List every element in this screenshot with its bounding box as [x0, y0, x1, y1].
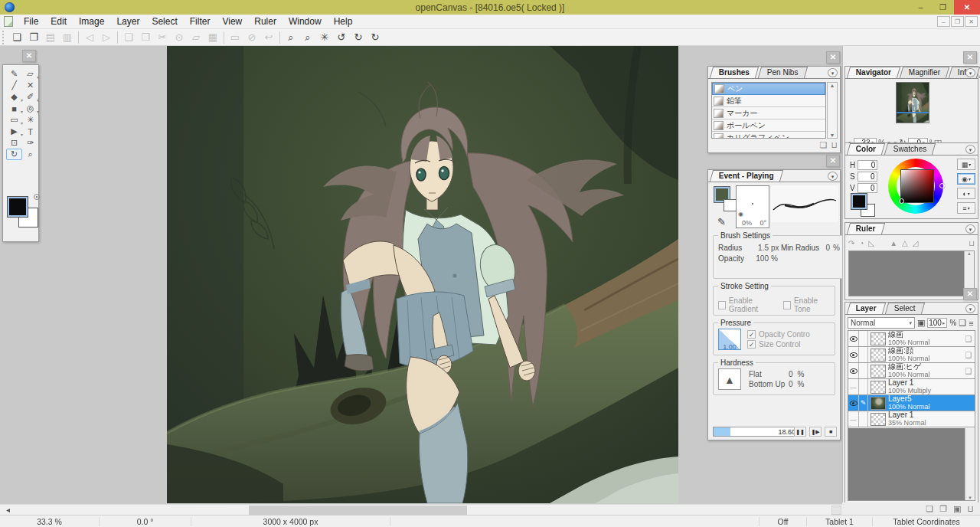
eraser-tool[interactable]: ▱▾	[22, 68, 38, 80]
swap-colors-icon[interactable]	[34, 194, 40, 200]
menu-file[interactable]: File	[18, 15, 44, 29]
tab-color[interactable]: Color	[847, 143, 885, 155]
blend-mode-select[interactable]: Normal▾	[848, 317, 915, 329]
scroll-up-icon[interactable]: ▲	[830, 83, 835, 88]
move-select-tool[interactable]: ▶▾	[6, 126, 22, 137]
new-layer-folder-icon[interactable]: ❐	[939, 504, 947, 514]
line-tool[interactable]: ╱	[6, 80, 22, 91]
menu-select[interactable]: Select	[145, 15, 183, 29]
minimize-button[interactable]: –	[910, 0, 932, 15]
navigator-thumbnail[interactable]	[896, 82, 929, 123]
delete-ruler-icon[interactable]: ⊔	[969, 239, 975, 247]
menu-view[interactable]: View	[216, 15, 248, 29]
stop-button[interactable]: ■	[825, 427, 837, 437]
tab-ruler[interactable]: Ruler	[847, 223, 885, 234]
ruler-list[interactable]: ▲▼	[848, 250, 975, 296]
tab-swatches[interactable]: Swatches	[884, 143, 936, 155]
brush-item[interactable]: 鉛筆	[712, 95, 825, 107]
brush-scrollbar[interactable]: ▲ ▼	[827, 82, 838, 139]
brush-item[interactable]: ボールペン	[712, 119, 825, 132]
child-restore-button[interactable]: ❐	[951, 16, 964, 27]
redo-all-icon[interactable]: ↻	[367, 30, 384, 45]
layer-row[interactable]: 線画100% Normal❑	[848, 331, 975, 347]
close-button[interactable]: ✕	[954, 0, 980, 15]
zoom-tool[interactable]: ⌕	[22, 149, 38, 160]
rotate-canvas-tool[interactable]: ↻	[6, 149, 22, 160]
undo-icon[interactable]: ↺	[333, 30, 350, 45]
layer-thumbnail[interactable]	[871, 365, 886, 378]
tab-event-playing[interactable]: Event - Playing	[710, 170, 783, 182]
shape-a-icon[interactable]: ▲	[890, 239, 897, 247]
layer-row[interactable]: —Layer 1100% Multiply	[848, 379, 975, 395]
redo-icon[interactable]: ↻	[350, 30, 367, 45]
panel-menu-icon[interactable]: ▾	[965, 304, 975, 313]
maximize-button[interactable]: ❐	[932, 0, 954, 15]
zoom-in-icon[interactable]: ⌕	[283, 30, 299, 45]
scroll-left-icon[interactable]: ◂	[6, 505, 10, 516]
menu-image[interactable]: Image	[73, 15, 110, 29]
layer-thumbnail[interactable]	[871, 332, 886, 345]
curve-ruler-icon[interactable]: ↷	[848, 239, 854, 247]
magic-wand-tool[interactable]: ✳	[22, 114, 38, 126]
layer-visibility-icon[interactable]	[848, 363, 859, 378]
pause-button[interactable]: ❚❚	[794, 427, 806, 437]
opacity-value[interactable]: 100	[752, 254, 769, 263]
panel-menu-icon[interactable]: ▾	[965, 145, 975, 154]
sv-square[interactable]	[900, 169, 934, 203]
panel-menu-icon[interactable]: ▾	[965, 68, 975, 77]
color-ball-mode-icon[interactable]: ◐▾	[957, 188, 975, 199]
min-radius-value[interactable]: 0	[821, 244, 830, 252]
actual-size-icon[interactable]: ✳	[316, 30, 333, 45]
new-file-icon[interactable]: ❏	[8, 30, 25, 45]
pen-tool[interactable]: ✎	[6, 68, 22, 80]
layer-list-empty[interactable]: ▼	[848, 428, 975, 501]
color-slider-mode-icon[interactable]: ≡▾	[957, 202, 975, 214]
tab-layer[interactable]: Layer	[847, 303, 886, 314]
saturation-input[interactable]: 0	[858, 172, 877, 182]
scroll-down-icon[interactable]: ▼	[830, 133, 835, 138]
layer-thumbnail[interactable]	[871, 397, 886, 410]
open-file-icon[interactable]: ❐	[25, 30, 42, 45]
delete-layer-icon[interactable]: ⊔	[967, 504, 974, 514]
crop-tool[interactable]: ⊡	[6, 137, 22, 149]
waterdrop-tool[interactable]: ◆▾	[6, 91, 22, 103]
triangle-ruler-icon[interactable]: ◺	[868, 239, 874, 247]
opacity-control-checkbox[interactable]: ✓Opacity Contro	[747, 330, 810, 339]
foreground-color[interactable]	[851, 194, 867, 209]
menu-filter[interactable]: Filter	[184, 15, 217, 29]
tab-brushes[interactable]: Brushes	[710, 67, 759, 78]
layer-opacity-input[interactable]: 100▸	[927, 318, 947, 328]
color-wheel-mode-icon[interactable]: ◉▾	[957, 173, 975, 185]
brushes-panel-close-icon[interactable]: ✕	[826, 51, 840, 64]
hardness-shape[interactable]: ▲	[718, 368, 741, 390]
polyline-tool[interactable]: ✕	[22, 80, 38, 91]
value-input[interactable]: 0	[858, 183, 877, 193]
foreground-color[interactable]	[8, 197, 28, 217]
eyedropper-tool[interactable]: ✑	[22, 137, 38, 149]
brush-item[interactable]: カリグラフィペン	[712, 132, 825, 139]
new-brush-icon[interactable]: ❏	[820, 140, 828, 151]
scrollbar-thumb[interactable]	[249, 506, 467, 515]
layer-row[interactable]: 線画:ヒゲ100% Normal❑	[848, 363, 975, 379]
tool-dropdown-icon[interactable]: ▾	[37, 109, 39, 114]
new-layer-icon[interactable]: ❏	[926, 504, 933, 514]
menu-window[interactable]: Window	[283, 15, 328, 29]
child-close-button[interactable]: ✕	[965, 16, 978, 27]
layer-panel-close-icon[interactable]: ✕	[963, 288, 977, 300]
canvas[interactable]	[167, 46, 678, 503]
color-grid-mode-icon[interactable]: ▦▾	[957, 159, 975, 170]
enable-gradient-checkbox[interactable]: Enable Gradient	[718, 296, 776, 313]
tab-magnifier[interactable]: Magnifier	[900, 67, 949, 78]
layer-mask-icon[interactable]: ▣	[917, 318, 925, 328]
event-panel-close-icon[interactable]: ✕	[826, 155, 840, 167]
tab-pen-nibs[interactable]: Pen Nibs	[758, 67, 808, 78]
airbrush-tool[interactable]: ✐▾	[22, 91, 38, 103]
shape-c-icon[interactable]: ◿	[913, 239, 919, 247]
layer-row[interactable]: 線画:顔100% Normal❑	[848, 347, 975, 363]
enable-tone-checkbox[interactable]: Enable Tone	[783, 296, 830, 313]
horizontal-scrollbar[interactable]: ◂	[0, 504, 842, 515]
layer-lock-icon[interactable]: ❑	[959, 318, 966, 328]
text-tool[interactable]: T	[22, 126, 38, 137]
panel-menu-icon[interactable]: ▾	[965, 224, 975, 234]
brush-item[interactable]: マーカー	[712, 107, 825, 119]
